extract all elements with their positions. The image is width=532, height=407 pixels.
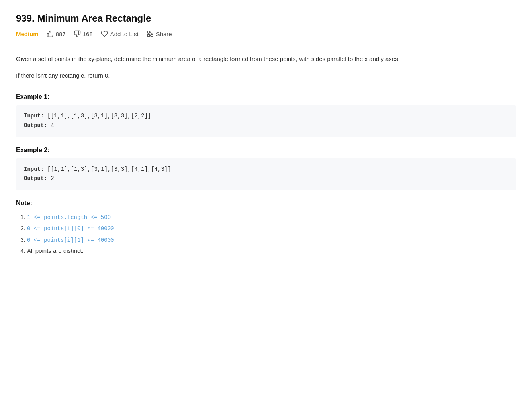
note-item-1: 1 <= points.length <= 500 [27,211,516,223]
example-1: Example 1: Input: [[1,1],[1,3],[3,1],[3,… [16,93,516,137]
upvote-button[interactable]: 887 [47,30,66,37]
svg-rect-2 [151,35,153,37]
example-2-output-label: Output: [24,175,51,182]
problem-title: 939. Minimum Area Rectangle [16,13,516,24]
example-1-code-block: Input: [[1,1],[1,3],[3,1],[3,3],[2,2]] O… [16,105,516,137]
example-1-input-label: Input: [24,113,47,119]
example-2-input: Input: [[1,1],[1,3],[3,1],[3,3],[4,1],[4… [24,165,508,174]
example-2-input-label: Input: [24,166,47,172]
note-item-1-text: 1 <= points.length <= 500 [27,214,111,221]
note-item-2-text: 0 <= points[i][0] <= 40000 [27,225,114,232]
example-1-output: Output: 4 [24,121,508,131]
note-item-4: All points are distinct. [27,245,516,256]
example-1-output-label: Output: [24,122,51,129]
heart-icon [101,30,108,37]
difficulty-badge: Medium [16,31,39,37]
add-to-list-button[interactable]: Add to List [101,30,139,37]
meta-row: Medium 887 168 Add to List S [16,30,516,44]
svg-rect-1 [151,31,153,33]
thumbs-up-icon [47,30,54,37]
note-item-3-text: 0 <= points[i][1] <= 40000 [27,237,114,243]
example-2-output-value: 2 [51,175,54,182]
note-item-2: 0 <= points[i][0] <= 40000 [27,223,516,234]
description-line1: Given a set of points in the xy-plane, d… [16,54,516,64]
example-2-output: Output: 2 [24,174,508,184]
note-item-3: 0 <= points[i][1] <= 40000 [27,234,516,245]
example-2-code-block: Input: [[1,1],[1,3],[3,1],[3,3],[4,1],[4… [16,158,516,190]
description-section: Given a set of points in the xy-plane, d… [16,54,516,80]
upvote-count: 887 [56,31,66,37]
example-1-title: Example 1: [16,93,516,100]
downvote-button[interactable]: 168 [74,30,93,37]
note-list: 1 <= points.length <= 500 0 <= points[i]… [16,211,516,256]
svg-rect-3 [147,35,149,37]
example-1-input: Input: [[1,1],[1,3],[3,1],[3,3],[2,2]] [24,112,508,121]
examples-section: Example 1: Input: [[1,1],[1,3],[3,1],[3,… [16,93,516,190]
note-section: Note: 1 <= points.length <= 500 0 <= poi… [16,200,516,256]
example-1-output-value: 4 [51,122,54,129]
example-2-input-value: [[1,1],[1,3],[3,1],[3,3],[4,1],[4,3]] [47,166,171,172]
example-2: Example 2: Input: [[1,1],[1,3],[3,1],[3,… [16,147,516,190]
description-line2: If there isn't any rectangle, return 0. [16,70,516,81]
note-title: Note: [16,200,516,207]
thumbs-down-icon [74,30,81,37]
svg-rect-0 [147,31,149,33]
add-to-list-label: Add to List [110,31,139,37]
share-icon [147,30,154,37]
share-label: Share [156,31,172,37]
downvote-count: 168 [83,31,93,37]
note-item-4-text: All points are distinct. [27,247,84,254]
example-1-input-value: [[1,1],[1,3],[3,1],[3,3],[2,2]] [47,113,151,119]
example-2-title: Example 2: [16,147,516,154]
share-button[interactable]: Share [147,30,172,37]
